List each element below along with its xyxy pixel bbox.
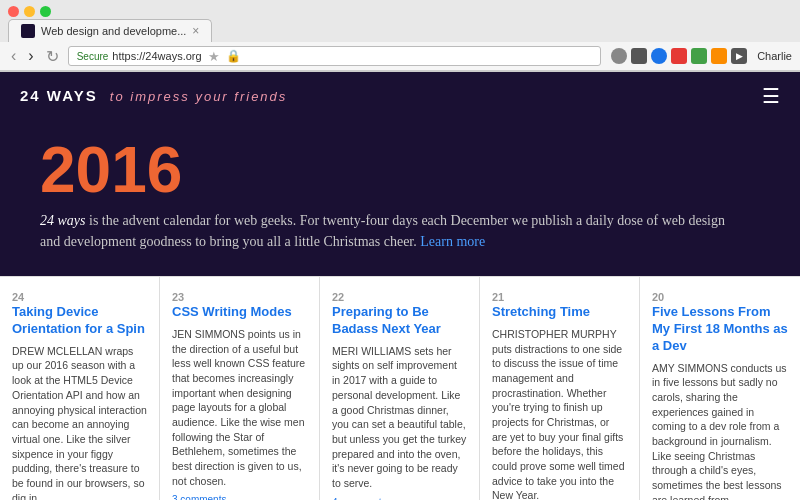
hero-desc-text: is the advent calendar for web geeks. Fo… <box>40 213 725 249</box>
article-card: 24 Taking Device Orientation for a Spin … <box>0 277 160 500</box>
shield-icon: 🔒 <box>226 49 240 63</box>
page-content: 24 WAYS to impress your friends ☰ 2016 2… <box>0 72 800 500</box>
address-bar[interactable]: Secure https://24ways.org ★ 🔒 <box>68 46 601 66</box>
article-number: 22 <box>332 291 344 303</box>
address-icons: ★ 🔒 <box>208 49 240 63</box>
learn-more-link[interactable]: Learn more <box>420 234 485 249</box>
secure-badge: Secure <box>77 51 109 62</box>
article-card: 23 CSS Writing Modes JEN SIMMONS points … <box>160 277 320 500</box>
article-excerpt: JEN SIMMONS points us in the direction o… <box>172 327 307 489</box>
article-excerpt: DREW MCLELLAN wraps up our 2016 season w… <box>12 344 147 500</box>
traffic-lights <box>0 0 800 17</box>
address-text: https://24ways.org <box>112 50 201 62</box>
reload-button[interactable]: ↻ <box>43 47 62 66</box>
site-header: 24 WAYS to impress your friends ☰ <box>0 72 800 120</box>
bookmark-icon[interactable]: ★ <box>208 49 222 63</box>
article-title[interactable]: CSS Writing Modes <box>172 304 307 321</box>
hamburger-menu-icon[interactable]: ☰ <box>762 84 780 108</box>
extension-icon-4[interactable] <box>671 48 687 64</box>
maximize-button[interactable] <box>40 6 51 17</box>
back-button[interactable]: ‹ <box>8 47 19 65</box>
minimize-button[interactable] <box>24 6 35 17</box>
hero-year: 2016 <box>40 138 760 202</box>
article-title[interactable]: Preparing to Be Badass Next Year <box>332 304 467 338</box>
logo-tagline: to impress your friends <box>110 89 288 104</box>
article-number: 20 <box>652 291 664 303</box>
article-title[interactable]: Stretching Time <box>492 304 627 321</box>
extension-icon-5[interactable] <box>691 48 707 64</box>
article-number: 23 <box>172 291 184 303</box>
tab-bar: Web design and developme... × <box>0 17 800 42</box>
extension-icon-3[interactable] <box>651 48 667 64</box>
article-number: 21 <box>492 291 504 303</box>
article-card: 21 Stretching Time CHRISTOPHER MURPHY pu… <box>480 277 640 500</box>
browser-toolbar-icons: ▶ <box>611 48 747 64</box>
address-bar-row: ‹ › ↻ Secure https://24ways.org ★ 🔒 ▶ Ch… <box>0 42 800 71</box>
hero-section: 2016 24 ways is the advent calendar for … <box>0 120 800 276</box>
article-excerpt: CHRISTOPHER MURPHY puts distractions to … <box>492 327 627 500</box>
hero-sitename: 24 ways <box>40 213 86 228</box>
tab-title: Web design and developme... <box>41 25 186 37</box>
hero-description: 24 ways is the advent calendar for web g… <box>40 210 740 252</box>
article-number: 24 <box>12 291 24 303</box>
article-title[interactable]: Taking Device Orientation for a Spin <box>12 304 147 338</box>
browser-chrome: Web design and developme... × ‹ › ↻ Secu… <box>0 0 800 72</box>
site-logo: 24 WAYS to impress your friends <box>20 87 287 105</box>
article-comments[interactable]: 3 comments <box>172 494 307 500</box>
article-excerpt: AMY SIMMONS conducts us in five lessons … <box>652 361 788 500</box>
article-excerpt: MERI WILLIAMS sets her sights on self im… <box>332 344 467 491</box>
forward-button[interactable]: › <box>25 47 36 65</box>
extension-icon-7[interactable]: ▶ <box>731 48 747 64</box>
article-comments[interactable]: 4 comments <box>332 497 467 500</box>
user-name: Charlie <box>757 50 792 62</box>
extension-icon-1[interactable] <box>611 48 627 64</box>
active-tab[interactable]: Web design and developme... × <box>8 19 212 42</box>
logo-24ways: 24 WAYS <box>20 87 98 104</box>
article-title[interactable]: Five Lessons From My First 18 Months as … <box>652 304 788 355</box>
extension-icon-2[interactable] <box>631 48 647 64</box>
extension-icon-6[interactable] <box>711 48 727 64</box>
articles-row-1: 24 Taking Device Orientation for a Spin … <box>0 276 800 500</box>
article-card: 20 Five Lessons From My First 18 Months … <box>640 277 800 500</box>
close-button[interactable] <box>8 6 19 17</box>
tab-favicon <box>21 24 35 38</box>
article-card: 22 Preparing to Be Badass Next Year MERI… <box>320 277 480 500</box>
tab-close-icon[interactable]: × <box>192 24 199 38</box>
